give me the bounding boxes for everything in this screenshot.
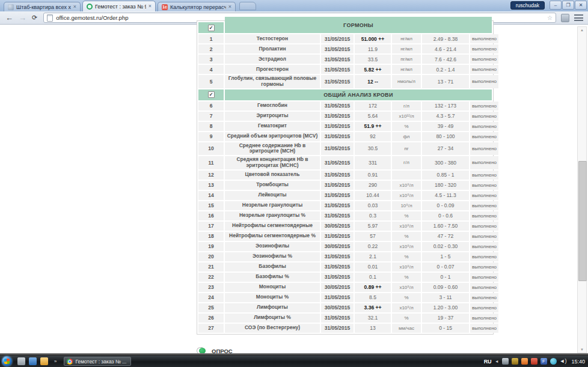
section-checkbox-cell: ✓ bbox=[198, 89, 224, 100]
tray-icon-flame[interactable] bbox=[521, 358, 528, 365]
test-status: выполнено bbox=[470, 191, 498, 200]
row-number: 16 bbox=[198, 211, 224, 220]
test-unit: х10⁹/л bbox=[392, 303, 421, 312]
test-date: 31/05/2015 bbox=[321, 75, 354, 88]
test-status: выполнено bbox=[470, 75, 498, 88]
test-unit: % bbox=[392, 293, 421, 302]
test-status: выполнено bbox=[470, 273, 498, 282]
test-result: 10.44 bbox=[355, 191, 391, 200]
test-date: 30/05/2015 bbox=[321, 222, 354, 231]
reference-range: 0.09 - 0.60 bbox=[422, 283, 469, 292]
table-row: 24Моноциты %31/05/20158.5%3 - 11выполнен… bbox=[198, 293, 492, 302]
test-status: выполнено bbox=[470, 211, 498, 220]
test-date: 31/05/2015 bbox=[321, 65, 354, 74]
test-name: Лимфоциты bbox=[225, 303, 320, 312]
profile-name-badge[interactable]: ruschudak bbox=[510, 1, 545, 10]
scrollbar-thumb[interactable] bbox=[578, 161, 587, 281]
page-scrollbar[interactable]: ▲ ▼ bbox=[577, 26, 587, 353]
language-indicator[interactable]: RU bbox=[484, 359, 492, 365]
test-name: Лейкоциты bbox=[225, 191, 320, 200]
restore-button[interactable]: ❐ bbox=[562, 1, 574, 10]
reference-range: 0.2 - 1.4 bbox=[422, 65, 469, 74]
test-name: Незрелые гранулоциты bbox=[225, 201, 320, 210]
test-result: 331 bbox=[355, 156, 391, 169]
test-unit bbox=[392, 171, 421, 180]
table-row: 21Базофилы31/05/20150.01х10⁹/л0 - 0.07вы… bbox=[198, 262, 492, 271]
test-name: СОЭ (по Вестергрену) bbox=[225, 324, 320, 333]
test-name: Тромбоциты bbox=[225, 181, 320, 190]
test-status: выполнено bbox=[470, 55, 498, 64]
test-name: Лимфоциты % bbox=[225, 314, 320, 323]
test-result: 51.000 ++ bbox=[355, 34, 391, 43]
tray-icon-badge[interactable]: F bbox=[541, 358, 547, 365]
test-date: 31/05/2015 bbox=[321, 211, 354, 220]
back-icon[interactable]: ← bbox=[5, 14, 13, 22]
test-date: 31/05/2015 bbox=[321, 34, 354, 43]
chrome-menu-icon[interactable] bbox=[574, 14, 583, 21]
site-favicon bbox=[8, 4, 14, 10]
tab-close-icon[interactable]: × bbox=[149, 4, 152, 9]
row-number: 25 bbox=[198, 303, 224, 312]
test-unit: г/л bbox=[392, 156, 421, 169]
row-number: 4 bbox=[198, 65, 224, 74]
row-number: 23 bbox=[198, 283, 224, 292]
test-name: Моноциты bbox=[225, 283, 320, 292]
test-name: Базофилы bbox=[225, 262, 320, 271]
row-number: 19 bbox=[198, 242, 224, 251]
test-unit: фл bbox=[392, 132, 421, 141]
test-unit: % bbox=[392, 122, 421, 131]
reference-range: 39 - 49 bbox=[422, 122, 469, 131]
clock[interactable]: 15:40 bbox=[571, 359, 585, 365]
new-tab-button[interactable] bbox=[239, 2, 256, 10]
test-result: 0.03 bbox=[355, 201, 391, 210]
start-button[interactable] bbox=[2, 356, 12, 366]
bookmark-star-icon[interactable]: ☆ bbox=[547, 14, 553, 21]
section-checkbox[interactable]: ✓ bbox=[208, 91, 215, 98]
row-number: 1 bbox=[198, 34, 224, 43]
taskbar: » Гемотест : заказ № ... RU ◄ F ◄) 15:40 bbox=[0, 356, 588, 367]
tab-hq[interactable]: Штаб-квартира всех хим × bbox=[4, 2, 81, 11]
table-row: 20Эозинофилы %31/05/20152.1%1 - 5выполне… bbox=[198, 252, 492, 261]
taskbar-chrome-button[interactable]: Гемотест : заказ № ... bbox=[64, 357, 131, 366]
tray-icon-app[interactable] bbox=[531, 358, 537, 365]
close-button[interactable]: ✕ bbox=[575, 1, 587, 10]
test-result: 2.1 bbox=[355, 252, 391, 261]
test-status: выполнено bbox=[470, 122, 498, 131]
table-row: 26Лимфоциты %31/05/201532.1%19 - 37выпол… bbox=[198, 314, 492, 323]
scroll-down-icon[interactable]: ▼ bbox=[578, 347, 586, 353]
reload-icon[interactable]: ⟳ bbox=[32, 14, 37, 22]
row-number: 8 bbox=[198, 122, 224, 131]
quicklaunch-icon-3[interactable] bbox=[40, 357, 48, 365]
results-table: ✓ГОРМОНЫ1Тестостерон31/05/201551.000 ++н… bbox=[197, 20, 494, 335]
tab-gemotest-active[interactable]: Гемотест : заказ № 96818 × bbox=[82, 1, 156, 11]
scroll-up-icon[interactable]: ▲ bbox=[578, 27, 586, 33]
table-row: 11Средняя концентрация Hb в эритроцитах … bbox=[198, 156, 492, 169]
test-name: Гемоглобин bbox=[225, 102, 320, 111]
test-unit: 10⁹/л bbox=[392, 201, 421, 210]
messenger-tray-icon[interactable] bbox=[550, 358, 557, 365]
tab-close-icon[interactable]: × bbox=[73, 4, 76, 10]
row-number: 14 bbox=[198, 191, 224, 200]
tab-calculator[interactable]: 1с Калькулятор перерасчет × bbox=[158, 2, 236, 11]
table-row: 16Незрелые гранулоциты %31/05/20150.3%0 … bbox=[198, 211, 492, 220]
test-status: выполнено bbox=[470, 34, 498, 43]
minimize-button[interactable]: – bbox=[550, 1, 562, 10]
test-date: 31/05/2015 bbox=[321, 252, 354, 261]
row-number: 6 bbox=[198, 102, 224, 111]
extension-icon[interactable] bbox=[561, 14, 569, 22]
tray-expand-icon[interactable]: ◄ bbox=[495, 359, 499, 363]
test-status: выполнено bbox=[470, 262, 498, 271]
test-result: 51.9 ++ bbox=[355, 122, 391, 131]
section-checkbox[interactable]: ✓ bbox=[208, 25, 215, 31]
volume-icon[interactable]: ◄) bbox=[560, 358, 567, 365]
tab-close-icon[interactable]: × bbox=[228, 4, 231, 10]
network-tray-icon[interactable] bbox=[502, 358, 509, 365]
quicklaunch-overflow-icon[interactable]: » bbox=[54, 359, 57, 364]
test-date: 31/05/2015 bbox=[321, 55, 354, 64]
antivirus-tray-icon[interactable] bbox=[512, 358, 518, 365]
test-status: выполнено bbox=[470, 293, 498, 302]
test-name: Средний объем эритроцитов (MCV) bbox=[225, 132, 320, 141]
test-result: 57 bbox=[355, 232, 391, 241]
quicklaunch-icon-1[interactable] bbox=[17, 357, 25, 365]
quicklaunch-icon-2[interactable] bbox=[29, 357, 37, 365]
